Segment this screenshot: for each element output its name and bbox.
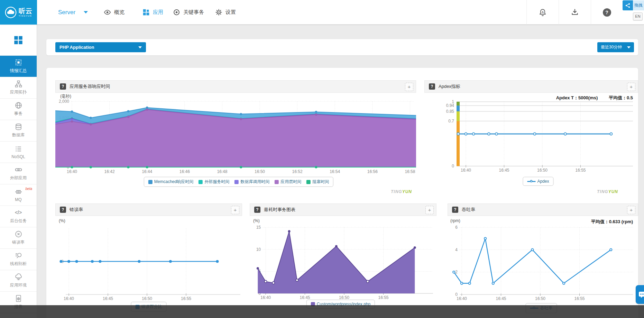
- panel-help-icon[interactable]: ?: [60, 207, 66, 213]
- alerts-button[interactable]: A: [526, 0, 559, 25]
- tingyun-logo[interactable]: 听云 TINGYUN: [0, 0, 37, 25]
- svg-text:(rpm): (rpm): [450, 218, 460, 223]
- legend-item[interactable]: 外部服务时间: [199, 179, 229, 185]
- sidebar-item-error[interactable]: 错误率: [0, 227, 37, 249]
- svg-text:16:55: 16:55: [378, 295, 388, 300]
- svg-text:16:55: 16:55: [575, 168, 586, 173]
- app-switcher-button[interactable]: [0, 25, 37, 56]
- gear-icon: [215, 9, 222, 16]
- top-navbar: 听云 TINGYUN Server 概览应用关键事务设置 A ?: [0, 0, 644, 25]
- expand-panel-button[interactable]: +: [425, 206, 434, 214]
- nav-item-2[interactable]: 关键事务: [173, 0, 204, 25]
- share-widget[interactable]: [623, 0, 633, 10]
- sidebar-item-thread[interactable]: 线程剖析: [0, 249, 37, 270]
- time-range-label: 最近30分钟: [601, 44, 622, 50]
- throughput-chart: 024616:4016:4516:5016:55(rpm): [448, 216, 638, 318]
- svg-text:(%): (%): [253, 218, 260, 223]
- nav-item-label: 关键事务: [183, 9, 204, 16]
- bottom-promo-bar: [0, 305, 644, 318]
- server-dropdown[interactable]: Server: [58, 0, 88, 25]
- mq-icon: [15, 188, 22, 196]
- eye-icon: [104, 9, 111, 16]
- svg-text:16:50: 16:50: [535, 296, 545, 301]
- tingyun-watermark: TINGYUN: [391, 189, 412, 194]
- panel-help-icon[interactable]: ?: [429, 83, 435, 90]
- panel-help-icon[interactable]: ?: [254, 207, 260, 213]
- svg-text:16:45: 16:45: [496, 296, 506, 301]
- svg-text:0: 0: [452, 164, 454, 169]
- target-icon: [173, 9, 180, 16]
- sidebar-item-appenv[interactable]: 应用环境: [0, 270, 37, 292]
- svg-text:16:58: 16:58: [405, 169, 415, 174]
- legend-item[interactable]: 阻塞时间: [306, 179, 329, 185]
- language-toggle-button[interactable]: EN: [633, 12, 643, 20]
- svg-text:16:52: 16:52: [292, 169, 303, 174]
- sidebar-item-external[interactable]: 外部应用: [0, 163, 37, 184]
- sidebar-item-label: 线程剖析: [10, 261, 27, 267]
- sidebar-item-label: 应用环境: [10, 282, 27, 288]
- feedback-bubble-icon: [638, 290, 644, 299]
- nav-item-0[interactable]: 概览: [104, 0, 125, 25]
- left-sidebar: 情报汇总应用拓扑事务数据库NoSQL外部应用MQbeta</>后台任务错误率线程…: [0, 25, 37, 318]
- svg-text:16:46: 16:46: [180, 169, 190, 174]
- database-icon: [15, 123, 22, 130]
- logo-cn-text: 听云: [19, 8, 33, 14]
- bgtask-icon: </>: [15, 209, 22, 216]
- sidebar-item-label: 事务: [14, 111, 22, 117]
- expand-panel-button[interactable]: +: [627, 83, 635, 91]
- apdex-average-value: 平均值：0.5: [609, 95, 633, 100]
- apdex-legend[interactable]: Apdex: [523, 177, 553, 186]
- svg-text:16:40: 16:40: [457, 296, 467, 301]
- svg-text:16:50: 16:50: [537, 168, 548, 173]
- application-selector[interactable]: PHP Application: [55, 42, 146, 52]
- svg-text:16:45: 16:45: [499, 168, 509, 173]
- svg-text:(%): (%): [59, 218, 65, 223]
- panel-header-throughput: ? 吞吐率 +: [448, 203, 638, 216]
- panel-help-icon[interactable]: ?: [60, 83, 66, 90]
- legend-item[interactable]: 应用层时间: [275, 179, 301, 185]
- legend-item[interactable]: 数据库调用时间: [234, 179, 269, 185]
- panel-title: Apdex指标: [439, 83, 460, 90]
- help-button[interactable]: ?: [591, 0, 623, 25]
- svg-text:0.7: 0.7: [448, 119, 454, 124]
- svg-text:16:40: 16:40: [260, 295, 271, 300]
- nav-item-3[interactable]: 设置: [215, 0, 236, 25]
- throughput-annotation: 平均值：0.633 (rpm): [519, 219, 633, 225]
- panel-title: 吞吐率: [462, 207, 475, 213]
- legend-item[interactable]: Memcached响应时间: [148, 179, 193, 185]
- sidebar-item-label: 后台任务: [10, 218, 27, 224]
- sidebar-item-database[interactable]: 数据库: [0, 120, 37, 142]
- report-icon: [15, 295, 22, 302]
- svg-text:A: A: [542, 10, 544, 13]
- svg-text:16:40: 16:40: [461, 168, 471, 173]
- sidebar-item-topology[interactable]: 应用拓扑: [0, 77, 37, 99]
- expand-panel-button[interactable]: +: [231, 206, 239, 214]
- feedback-button[interactable]: [636, 285, 644, 304]
- response-time-legend[interactable]: Memcached响应时间外部服务时间数据库调用时间应用层时间阻塞时间: [144, 177, 333, 187]
- sidebar-item-summary[interactable]: 情报汇总: [0, 56, 37, 77]
- appenv-icon: [15, 273, 22, 281]
- svg-text:16:55: 16:55: [181, 296, 191, 301]
- sidebar-item-bgtask[interactable]: </>后台任务: [0, 206, 37, 227]
- nav-item-label: 设置: [226, 9, 236, 16]
- nav-item-1[interactable]: 应用: [142, 0, 163, 25]
- chevron-down-icon: [138, 46, 142, 48]
- drag-hint[interactable]: 拖拽: [633, 0, 644, 10]
- download-button[interactable]: [559, 0, 591, 25]
- expand-panel-button[interactable]: +: [627, 206, 635, 214]
- beta-badge: beta: [26, 187, 32, 191]
- svg-text:16:50: 16:50: [255, 169, 265, 174]
- sidebar-item-mq[interactable]: MQbeta: [0, 184, 37, 206]
- svg-text:16:44: 16:44: [142, 169, 152, 174]
- expand-panel-button[interactable]: +: [405, 83, 413, 91]
- sidebar-item-label: 情报汇总: [10, 68, 27, 74]
- sidebar-item-nosql[interactable]: NoSQL: [0, 142, 37, 163]
- svg-text:16:40: 16:40: [64, 296, 74, 301]
- legend-item[interactable]: Apdex: [527, 179, 549, 184]
- panel-help-icon[interactable]: ?: [452, 207, 458, 213]
- application-selector-label: PHP Application: [59, 45, 94, 50]
- svg-text:16:42: 16:42: [104, 169, 115, 174]
- time-range-selector[interactable]: 最近30分钟: [597, 42, 634, 52]
- sidebar-item-transaction[interactable]: 事务: [0, 99, 37, 120]
- legend-label: Memcached响应时间: [154, 179, 193, 185]
